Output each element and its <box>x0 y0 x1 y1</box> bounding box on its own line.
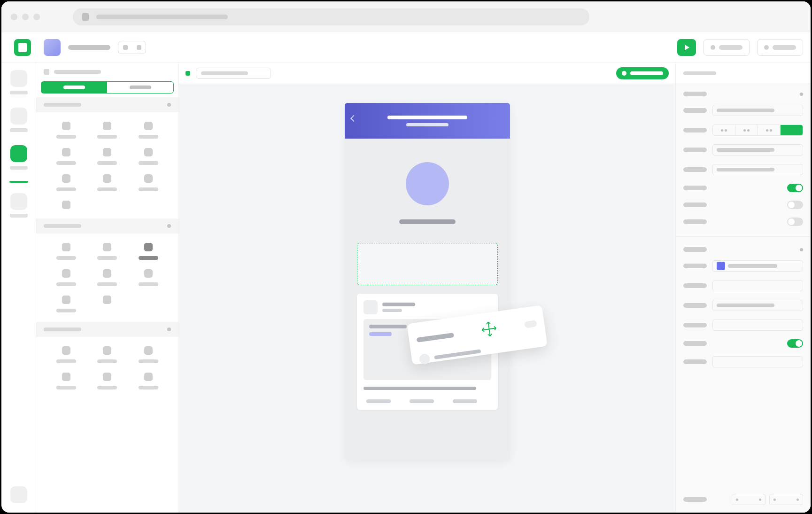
avatar <box>406 162 449 205</box>
section-header-2[interactable] <box>36 218 178 234</box>
property-row <box>683 300 803 311</box>
canvas-stage[interactable] <box>179 84 675 513</box>
maximize-icon[interactable] <box>33 14 40 20</box>
property-row <box>683 339 803 348</box>
color-field[interactable] <box>712 260 803 272</box>
property-field[interactable] <box>712 319 803 331</box>
rail-item-4[interactable] <box>10 193 27 210</box>
segmented-control[interactable] <box>712 125 803 136</box>
mode-option-2[interactable] <box>137 45 141 50</box>
component-item[interactable] <box>46 243 87 260</box>
property-field[interactable] <box>712 280 803 291</box>
app-logo-icon[interactable] <box>14 39 31 56</box>
project-name <box>68 45 110 50</box>
dot-icon <box>764 45 769 50</box>
app-toolbar <box>1 32 811 62</box>
project-thumbnail[interactable] <box>44 39 61 56</box>
toggle-switch[interactable] <box>787 339 803 348</box>
component-item[interactable] <box>46 269 87 286</box>
property-field[interactable] <box>712 300 803 311</box>
property-field[interactable] <box>712 105 803 116</box>
component-item[interactable] <box>46 373 87 389</box>
move-icon <box>479 319 499 341</box>
active-indicator <box>9 181 28 183</box>
drag-title <box>417 333 455 343</box>
dot-icon <box>622 71 626 76</box>
component-item[interactable] <box>46 174 87 191</box>
rail-item-5[interactable] <box>10 486 27 503</box>
rail-item-1[interactable] <box>10 70 27 87</box>
component-item[interactable] <box>128 243 169 260</box>
toggle-switch[interactable] <box>787 201 803 209</box>
canvas-mode-pill[interactable] <box>616 67 669 79</box>
drag-toggle <box>524 320 537 328</box>
property-row <box>683 105 803 116</box>
card-action[interactable] <box>410 399 434 403</box>
property-row <box>683 144 803 156</box>
back-icon[interactable] <box>350 115 356 122</box>
property-field[interactable] <box>712 164 803 175</box>
card-action[interactable] <box>453 399 477 403</box>
property-field[interactable] <box>712 356 803 367</box>
left-panel-header <box>36 62 178 81</box>
component-item[interactable] <box>128 269 169 286</box>
right-panel <box>675 62 811 513</box>
component-item[interactable] <box>128 148 169 165</box>
dot-icon <box>800 93 803 96</box>
section-header-1[interactable] <box>36 97 178 112</box>
component-item[interactable] <box>87 243 128 260</box>
rail-item-2[interactable] <box>10 108 27 125</box>
component-item[interactable] <box>128 373 169 389</box>
footer-option-2[interactable] <box>769 494 803 505</box>
dot-icon <box>167 327 171 331</box>
seg-option[interactable] <box>735 125 758 135</box>
component-item[interactable] <box>87 122 128 139</box>
component-item[interactable] <box>46 346 87 363</box>
property-field[interactable] <box>712 144 803 156</box>
phone-mockup[interactable] <box>345 103 510 460</box>
drop-zone[interactable] <box>357 243 498 285</box>
toggle-switch[interactable] <box>787 218 803 226</box>
color-swatch <box>717 262 725 270</box>
minimize-icon[interactable] <box>22 14 29 20</box>
component-item[interactable] <box>46 148 87 165</box>
component-item[interactable] <box>128 122 169 139</box>
screen-header <box>345 103 510 139</box>
toggle-switch[interactable] <box>787 184 803 192</box>
property-row <box>683 201 803 209</box>
component-item[interactable] <box>46 201 87 209</box>
component-item[interactable] <box>87 296 128 312</box>
component-item[interactable] <box>87 269 128 286</box>
seg-option-active[interactable] <box>781 125 803 135</box>
rail-label <box>10 91 28 94</box>
component-item[interactable] <box>87 373 128 389</box>
seg-option[interactable] <box>713 125 735 135</box>
tab-1[interactable] <box>41 81 107 93</box>
nav-rail <box>1 62 36 513</box>
card-action[interactable] <box>366 399 391 403</box>
component-item[interactable] <box>46 296 87 312</box>
seg-option[interactable] <box>758 125 781 135</box>
card-desc <box>363 387 476 390</box>
component-item[interactable] <box>128 346 169 363</box>
component-item[interactable] <box>87 346 128 363</box>
mode-option-1[interactable] <box>123 45 128 50</box>
mode-switch[interactable] <box>118 41 146 54</box>
component-item[interactable] <box>87 148 128 165</box>
property-row <box>683 125 803 136</box>
play-button[interactable] <box>677 39 696 56</box>
url-bar[interactable] <box>73 8 589 25</box>
close-icon[interactable] <box>11 14 17 20</box>
component-item[interactable] <box>87 174 128 191</box>
component-item[interactable] <box>46 122 87 139</box>
footer-option-1[interactable] <box>732 494 766 505</box>
rail-item-3[interactable] <box>10 145 27 162</box>
tab-2[interactable] <box>107 81 174 93</box>
dot-icon <box>800 248 803 251</box>
toolbar-action-1[interactable] <box>704 39 750 56</box>
component-item[interactable] <box>128 174 169 191</box>
canvas-search[interactable] <box>196 68 271 79</box>
header-subtitle <box>406 123 449 126</box>
toolbar-action-2[interactable] <box>757 39 803 56</box>
section-header-3[interactable] <box>36 322 178 337</box>
